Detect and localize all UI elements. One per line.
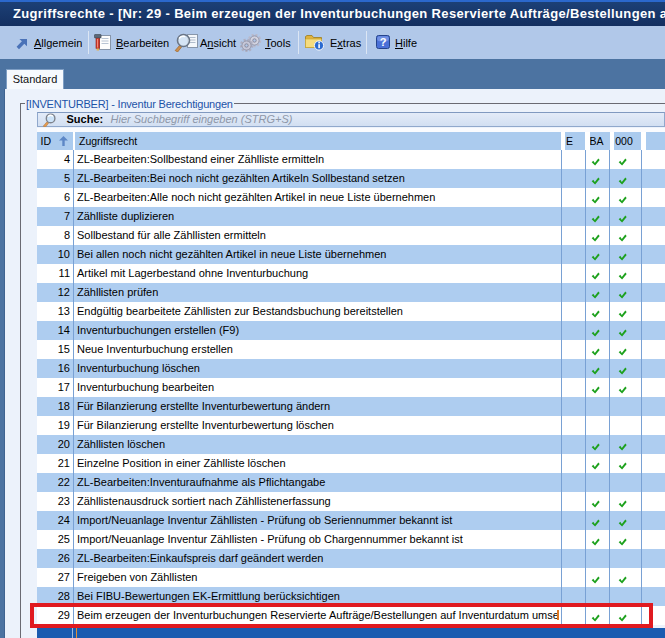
svg-text:?: ? xyxy=(380,36,387,48)
